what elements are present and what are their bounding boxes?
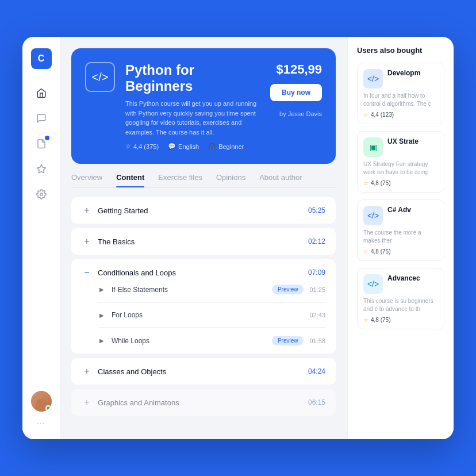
app-logo[interactable]: C [31, 48, 52, 69]
course-card-2[interactable]: ▣ UX Strate UX Strategy Fun strategy wor… [357, 131, 444, 193]
rating-item: ☆ 4,4 (375) [125, 143, 159, 150]
course-card-desc: UX Strategy Fun strategy work isn have t… [363, 160, 438, 176]
section-time: 02:12 [308, 237, 325, 245]
outer-container: C [0, 0, 476, 476]
section-title: Classes and Objects [98, 367, 166, 376]
play-icon: ▶ [98, 311, 106, 319]
lesson-time: 02:43 [309, 312, 325, 318]
section-time: 05:25 [308, 206, 325, 214]
rating-text: 4,8 (75) [371, 248, 390, 255]
lesson-while-loops[interactable]: ▶ While Loops Preview 01:58 [98, 336, 325, 346]
tab-opinions[interactable]: Opinions [216, 173, 245, 186]
play-icon: ▶ [98, 286, 106, 294]
hero-banner: </> Python for Beginners This Python cou… [71, 48, 336, 164]
course-card-top: </> C# Adv [363, 206, 438, 225]
level-item: 🎧 Beginner [208, 143, 244, 150]
course-card-desc: This course is su beginners and e to adv… [363, 297, 438, 313]
section-conditionals-loops[interactable]: − Conditionals and Loops 07:09 ▶ If-Else… [71, 259, 336, 354]
course-card-rating: ☆ 4,8 (75) [363, 248, 438, 255]
lesson-right: Preview 01:25 [272, 285, 325, 294]
course-card-rating: ☆ 4,4 (123) [363, 112, 438, 118]
course-card-icon: </> [363, 206, 383, 225]
sub-lessons: ▶ If-Else Statements Preview 01:25 [82, 285, 325, 346]
toggle-icon: + [82, 205, 92, 216]
section-left: + Graphics and Animatons [82, 397, 179, 408]
section-the-basics[interactable]: + The Basics 02:12 [71, 228, 336, 255]
hero-info: Python for Beginners This Python course … [125, 62, 260, 150]
sidebar-icon-home[interactable] [31, 83, 52, 103]
section-title: The Basics [98, 237, 135, 246]
course-card-name: C# Adv [387, 206, 411, 215]
rating-text: 4,4 (123) [371, 112, 394, 118]
play-icon: ▶ [98, 337, 106, 345]
right-panel: Users also bought </> Developm In four a… [347, 37, 454, 439]
section-time: 06:15 [308, 398, 325, 406]
section-title: Graphics and Animatons [98, 398, 179, 407]
course-card-1[interactable]: </> Developm In four and a half how to c… [357, 63, 444, 124]
course-card-rating: ☆ 4,8 (75) [363, 180, 438, 186]
rating-value: 4,4 (375) [133, 143, 159, 150]
star-icon: ☆ [363, 317, 368, 323]
lesson-time: 01:58 [309, 337, 325, 344]
course-card-icon: </> [363, 69, 383, 89]
section-header: + Getting Started 05:25 [82, 205, 325, 216]
divider [98, 302, 325, 303]
right-panel-title: Users also bought [357, 46, 444, 55]
course-card-3[interactable]: </> C# Adv The course the more a makes t… [357, 199, 444, 261]
language-item: 💬 English [168, 143, 199, 150]
lesson-title: While Loops [112, 337, 149, 345]
sidebar-icon-settings[interactable] [31, 184, 52, 205]
sections-list: + Getting Started 05:25 + The Basics 02:… [71, 197, 336, 428]
lesson-time: 01:25 [309, 286, 325, 293]
sidebar-icon-chat[interactable] [31, 108, 52, 129]
course-card-icon: ▣ [363, 137, 383, 157]
divider [98, 327, 325, 328]
section-time: 07:09 [308, 268, 325, 277]
preview-badge: Preview [272, 285, 304, 294]
course-card-top: </> Advancec [363, 274, 438, 294]
star-icon: ☆ [125, 143, 131, 150]
section-classes-objects[interactable]: + Classes and Objects 04:24 [71, 358, 336, 385]
course-card-name: Developm [387, 69, 420, 78]
section-title: Conditionals and Loops [98, 268, 176, 277]
tab-exercise-files[interactable]: Exercise files [158, 173, 202, 186]
buy-button[interactable]: Buy now [270, 84, 322, 101]
course-card-4[interactable]: </> Advancec This course is su beginners… [357, 268, 444, 329]
course-author: by Jesse Davis [279, 110, 322, 117]
sidebar: C [22, 37, 60, 439]
preview-badge: Preview [272, 336, 304, 346]
section-time: 04:24 [308, 367, 325, 375]
course-card-name: UX Strate [387, 137, 419, 147]
tab-overview[interactable]: Overview [71, 173, 102, 186]
lesson-if-else[interactable]: ▶ If-Else Statements Preview 01:25 [98, 285, 325, 294]
more-options[interactable]: ··· [37, 419, 45, 428]
rating-text: 4,8 (75) [371, 180, 390, 186]
tab-about-author[interactable]: About author [259, 173, 302, 186]
level-icon: 🎧 [208, 143, 216, 150]
section-getting-started[interactable]: + Getting Started 05:25 [71, 197, 336, 224]
lesson-left: ▶ While Loops [98, 337, 149, 345]
content-area: </> Python for Beginners This Python cou… [60, 37, 347, 439]
section-graphics[interactable]: + Graphics and Animatons 06:15 [71, 389, 336, 416]
section-left: + The Basics [82, 236, 135, 247]
toggle-icon: + [82, 397, 92, 408]
section-header: + The Basics 02:12 [82, 236, 325, 247]
toggle-icon: + [82, 366, 92, 377]
sidebar-icon-document[interactable] [31, 133, 52, 154]
course-card-top: </> Developm [363, 69, 438, 89]
level-label: Beginner [218, 143, 244, 150]
svg-point-1 [40, 193, 43, 196]
course-title: Python for Beginners [125, 62, 260, 94]
avatar[interactable] [31, 391, 52, 412]
section-left: − Conditionals and Loops [82, 267, 176, 278]
course-tabs: Overview Content Exercise files Opinions… [71, 173, 336, 188]
course-price: $125,99 [276, 62, 322, 77]
star-icon: ☆ [363, 180, 368, 186]
sidebar-icon-tag[interactable] [31, 159, 52, 179]
lesson-for-loops[interactable]: ▶ For Loops 02:43 [98, 311, 325, 319]
lesson-title: If-Else Statements [112, 286, 168, 294]
tab-content[interactable]: Content [116, 173, 144, 186]
notification-dot [45, 136, 49, 140]
section-title: Getting Started [98, 206, 148, 215]
rating-text: 4,8 (75) [371, 317, 390, 323]
